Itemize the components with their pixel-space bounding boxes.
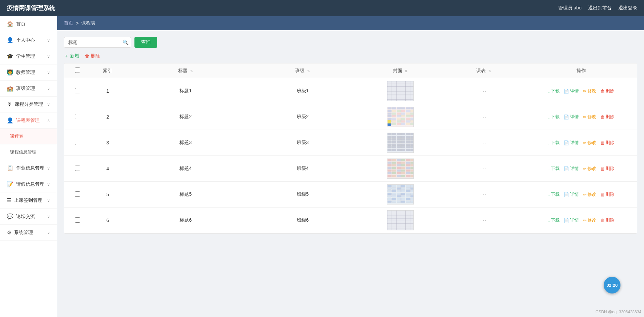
row-check-cell[interactable] [64,156,91,182]
th-class[interactable]: 班级 ⇅ [247,63,359,78]
svg-rect-184 [392,201,396,203]
row-checkbox[interactable] [75,88,80,93]
select-all-checkbox[interactable] [75,67,80,73]
row-checkbox[interactable] [75,217,80,223]
detail-label: 详情 [570,114,579,120]
th-cover[interactable]: 封面 ⇅ [358,63,442,78]
svg-rect-179 [397,198,401,200]
edit-button[interactable]: ✏ 修改 [583,88,596,94]
row-checkbox[interactable] [75,140,80,145]
svg-rect-112 [397,162,401,164]
row-check-cell[interactable] [64,208,91,233]
sidebar-label-forum: 论坛交流 [16,214,35,220]
sidebar-item-student[interactable]: 🎓 学生管理 ∨ [0,48,57,64]
detail-button[interactable]: 📄 详情 [564,140,579,146]
row-class: 班级5 [247,182,359,208]
sidebar-item-home[interactable]: 🏠 首页 [0,16,57,32]
svg-rect-117 [392,164,396,166]
row-check-cell[interactable] [64,78,91,104]
leave-icon: 📝 [7,181,13,187]
edit-button[interactable]: ✏ 修改 [583,166,596,172]
row-check-cell[interactable] [64,130,91,156]
delete-button[interactable]: 🗑 删除 [600,191,614,197]
download-button[interactable]: ↓ 下载 [548,140,560,146]
sidebar-item-profile[interactable]: 👤 个人中心 ∨ [0,32,57,48]
student-icon: 🎓 [7,53,13,59]
th-check[interactable] [64,63,91,78]
row-cover [358,130,442,156]
download-icon: ↓ [548,140,550,145]
svg-rect-39 [410,115,413,117]
search-icon[interactable]: 🔍 [123,40,128,45]
sidebar-item-course-cat[interactable]: 🎙 课程分类管理 ∨ [0,97,57,112]
download-button[interactable]: ↓ 下载 [548,191,560,197]
home-icon: 🏠 [7,21,13,27]
svg-rect-140 [387,175,391,177]
delete-button[interactable]: 🗑 删除 [600,114,614,120]
svg-rect-145 [410,175,413,177]
sidebar-item-course-info[interactable]: 课程信息管理 [0,144,57,160]
download-button[interactable]: ↓ 下载 [548,217,560,223]
row-checkbox[interactable] [75,191,80,197]
sidebar-item-attendance[interactable]: ☰ 上课签到管理 ∨ [0,192,57,209]
svg-rect-98 [392,149,396,151]
sidebar-item-teacher[interactable]: 👨‍🏫 教师管理 ∨ [0,64,57,81]
sidebar-item-forum[interactable]: 💬 论坛交流 ∨ [0,209,57,225]
download-button[interactable]: ↓ 下载 [548,114,560,120]
svg-rect-188 [410,201,413,203]
download-label: 下载 [551,140,560,146]
svg-rect-127 [410,167,413,169]
sidebar-item-course-sub[interactable]: 课程表 [0,129,57,144]
sidebar-item-class[interactable]: 🏫 班级管理 ∨ [0,81,57,97]
row-checkbox[interactable] [75,114,80,119]
front-link[interactable]: 退出到前台 [588,5,612,11]
row-cover [358,182,442,208]
query-button[interactable]: 查询 [134,37,157,48]
detail-button[interactable]: 📄 详情 [564,114,579,120]
download-button[interactable]: ↓ 下载 [548,166,560,172]
row-check-cell[interactable] [64,182,91,208]
logout-link[interactable]: 退出登录 [618,5,637,11]
svg-rect-56 [406,123,410,125]
th-title[interactable]: 标题 ⇅ [124,63,247,78]
svg-rect-177 [387,198,391,200]
sidebar-item-course-table[interactable]: 👤 课程表管理 ∧ [0,112,57,129]
edit-button[interactable]: ✏ 修改 [583,140,596,146]
sidebar-item-homework[interactable]: 📋 作业信息管理 ∨ [0,160,57,176]
delete-button[interactable]: 🗑 删除 [600,217,614,223]
breadcrumb-home[interactable]: 首页 [64,20,73,26]
svg-rect-185 [397,201,401,203]
edit-icon: ✏ [583,115,587,120]
svg-rect-137 [401,172,405,174]
svg-rect-79 [387,141,391,143]
svg-rect-149 [397,185,401,187]
delete-button[interactable]: 🗑 删除 [600,88,614,94]
schedule-dots: ··· [480,165,487,172]
th-schedule[interactable]: 课表 ⇅ [442,63,526,78]
edit-button[interactable]: ✏ 修改 [583,191,596,197]
svg-rect-142 [397,175,401,177]
sidebar-label-course-sub: 课程表 [10,133,23,139]
row-check-cell[interactable] [64,104,91,130]
delete-button[interactable]: 🗑 删除 [600,166,614,172]
delete-row-icon: 🗑 [600,192,605,197]
svg-rect-55 [401,123,405,125]
detail-button[interactable]: 📄 详情 [564,191,579,197]
table-row: 4 标题4 班级4 ··· ↓ 下载 📄 详情 ✏ 修改 🗑 [64,156,637,182]
search-input[interactable] [64,37,131,48]
svg-rect-96 [410,146,413,148]
sidebar-item-leave[interactable]: 📝 请假信息管理 ∨ [0,176,57,192]
download-button[interactable]: ↓ 下载 [548,88,560,94]
detail-button[interactable]: 📄 详情 [564,217,579,223]
edit-button[interactable]: ✏ 修改 [583,217,596,223]
svg-rect-80 [392,141,396,143]
sidebar-item-system[interactable]: ⚙ 系统管理 ∨ [0,225,57,241]
batch-delete-button[interactable]: 🗑 删除 [85,53,100,59]
add-button[interactable]: ＋ 新增 [64,53,79,59]
delete-button[interactable]: 🗑 删除 [600,140,614,146]
detail-button[interactable]: 📄 详情 [564,166,579,172]
row-checkbox[interactable] [75,166,80,171]
svg-rect-35 [392,115,396,117]
edit-button[interactable]: ✏ 修改 [583,114,596,120]
detail-button[interactable]: 📄 详情 [564,88,579,94]
